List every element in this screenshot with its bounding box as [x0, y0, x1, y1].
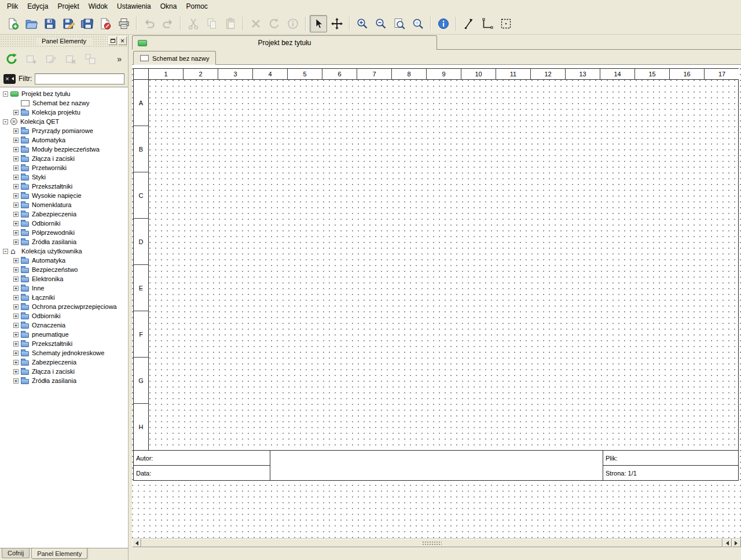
- tree-item[interactable]: pneumatique: [0, 330, 128, 339]
- diagram-canvas[interactable]: 1 2 3 4 5 6 7: [132, 65, 741, 538]
- tree-expander-icon[interactable]: [13, 332, 19, 337]
- pan-mode-button[interactable]: [328, 15, 346, 32]
- tree-item[interactable]: Przekształtniki: [0, 339, 128, 348]
- menu-item[interactable]: Edycja: [23, 1, 53, 12]
- tree-expander-icon[interactable]: [13, 212, 19, 217]
- tree-item[interactable]: Ochrona przeciwprzepięciowa: [0, 302, 128, 311]
- tree-expander-icon[interactable]: [13, 258, 19, 263]
- print-button[interactable]: [115, 15, 133, 32]
- tree-expander-icon[interactable]: [13, 193, 19, 198]
- scroll-left-button-2[interactable]: [722, 539, 732, 547]
- draw-line-button[interactable]: [479, 15, 496, 32]
- tree-item[interactable]: Automatyka: [0, 135, 128, 145]
- tree-item[interactable]: Odbiorniki: [0, 311, 128, 320]
- select-mode-button[interactable]: [310, 15, 327, 32]
- tree-expander-icon[interactable]: [13, 101, 19, 106]
- tree-expander-icon[interactable]: [13, 286, 19, 291]
- scrollbar-thumb[interactable]: [141, 539, 722, 547]
- panel-tab[interactable]: Panel Elementy: [31, 548, 87, 559]
- new-project-button[interactable]: [4, 15, 21, 32]
- tree-item[interactable]: Moduły bezpieczeństwa: [0, 145, 128, 154]
- tree-expander-icon[interactable]: [13, 128, 19, 134]
- tree-expander-icon[interactable]: [13, 378, 19, 384]
- horizontal-scrollbar[interactable]: [132, 538, 741, 547]
- tree-expander-icon[interactable]: [13, 277, 19, 282]
- tree-expander-icon[interactable]: [3, 249, 8, 254]
- tree-expander-icon[interactable]: [13, 138, 19, 143]
- panel-header[interactable]: Panel Elementy: [0, 35, 128, 47]
- tree-item[interactable]: Inne: [0, 283, 128, 293]
- tree-item[interactable]: Zabezpieczenia: [0, 358, 128, 367]
- open-project-button[interactable]: [23, 15, 40, 32]
- tree-expander-icon[interactable]: [13, 221, 19, 226]
- tree-item[interactable]: Przetworniki: [0, 163, 128, 172]
- tree-expander-icon[interactable]: [13, 369, 19, 374]
- tree-item[interactable]: Przyrządy pomiarowe: [0, 126, 128, 135]
- clear-filter-button[interactable]: [3, 74, 16, 84]
- tree-expander-icon[interactable]: [13, 202, 19, 208]
- tree-item[interactable]: Łączniki: [0, 293, 128, 302]
- menu-item[interactable]: Okna: [156, 1, 182, 12]
- tree-expander-icon[interactable]: [13, 110, 19, 115]
- add-text-button[interactable]: [460, 15, 478, 32]
- project-tab[interactable]: Projekt bez tytułu: [132, 35, 437, 50]
- tree-item[interactable]: Złącza i zaciski: [0, 154, 128, 163]
- tree-item[interactable]: Zabezpieczenia: [0, 209, 128, 219]
- select-area-button[interactable]: [497, 15, 515, 32]
- menu-item[interactable]: Widok: [84, 1, 112, 12]
- reload-collections-button[interactable]: [3, 50, 20, 68]
- tree-expander-icon[interactable]: [13, 184, 19, 189]
- tree-item[interactable]: Odbiorniki: [0, 219, 128, 228]
- panel-float-button[interactable]: [108, 36, 117, 45]
- panel-close-button[interactable]: [118, 36, 127, 45]
- tree-expander-icon[interactable]: [13, 360, 19, 365]
- tree-item[interactable]: Kolekcja użytkownika: [0, 246, 128, 256]
- tree-item[interactable]: Projekt bez tytułu: [0, 89, 128, 98]
- panel-more-button[interactable]: [115, 53, 124, 65]
- tree-item[interactable]: Nomenklatura: [0, 200, 128, 209]
- tree-expander-icon[interactable]: [13, 175, 19, 180]
- drawing-grid[interactable]: [149, 80, 738, 450]
- close-project-button[interactable]: [97, 15, 114, 32]
- tree-item[interactable]: Źródła zasilania: [0, 376, 128, 385]
- tree-item[interactable]: Wysokie napięcie: [0, 191, 128, 200]
- tree-item[interactable]: Elektronika: [0, 274, 128, 283]
- tree-expander-icon[interactable]: [13, 230, 19, 235]
- save-as-button[interactable]: [60, 15, 77, 32]
- zoom-reset-button[interactable]: [409, 15, 427, 32]
- zoom-fit-button[interactable]: [391, 15, 408, 32]
- tree-item[interactable]: Źródła zasilania: [0, 237, 128, 246]
- tree-expander-icon[interactable]: [13, 341, 19, 347]
- tree-expander-icon[interactable]: [13, 304, 19, 310]
- zoom-in-button[interactable]: [354, 15, 371, 32]
- tree-item[interactable]: Złącza i zaciski: [0, 367, 128, 376]
- tree-item[interactable]: Bezpieczeństwo: [0, 265, 128, 274]
- tree-expander-icon[interactable]: [13, 156, 19, 161]
- tree-expander-icon[interactable]: [13, 323, 19, 328]
- tree-item[interactable]: Styki: [0, 172, 128, 182]
- tree-expander-icon[interactable]: [13, 240, 19, 245]
- panel-tab[interactable]: Cofnij: [2, 548, 30, 558]
- tree-item[interactable]: Kolekcja projektu: [0, 108, 128, 117]
- scroll-left-button[interactable]: [132, 539, 141, 547]
- tree-item[interactable]: Schemat bez nazwy: [0, 98, 128, 108]
- tree-expander-icon[interactable]: [3, 119, 8, 124]
- save-button[interactable]: [41, 15, 58, 32]
- tree-item[interactable]: Kolekcja QET: [0, 117, 128, 126]
- tree-item[interactable]: Półprzewodniki: [0, 228, 128, 237]
- diagram-tab[interactable]: Schemat bez nazwy: [133, 51, 216, 65]
- tree-expander-icon[interactable]: [13, 165, 19, 171]
- zoom-out-button[interactable]: [372, 15, 390, 32]
- tree-expander-icon[interactable]: [13, 314, 19, 319]
- filter-input[interactable]: [35, 73, 124, 84]
- tree-item[interactable]: Przekształtniki: [0, 182, 128, 191]
- tree-expander-icon[interactable]: [13, 351, 19, 356]
- save-all-button[interactable]: [78, 15, 96, 32]
- tree-expander-icon[interactable]: [3, 91, 8, 97]
- tree-item[interactable]: Schematy jednokreskowe: [0, 348, 128, 358]
- tree-expander-icon[interactable]: [13, 267, 19, 272]
- menu-item[interactable]: Projekt: [53, 1, 83, 12]
- scroll-right-button[interactable]: [732, 539, 741, 547]
- project-info-button[interactable]: [435, 15, 452, 32]
- tree-expander-icon[interactable]: [13, 147, 19, 152]
